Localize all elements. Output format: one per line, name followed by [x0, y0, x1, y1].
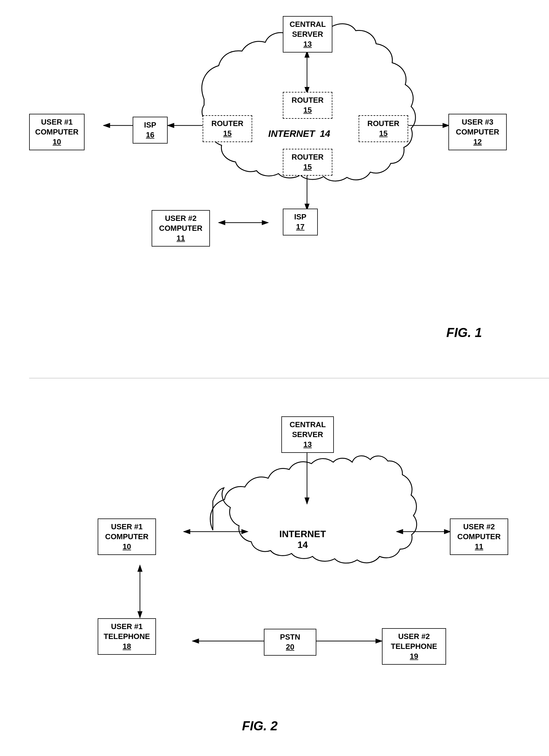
fig2-label: FIG. 2: [242, 719, 277, 733]
fig2-user2-computer: USER #2 COMPUTER 11: [450, 518, 508, 555]
fig2-user1-telephone: USER #1 TELEPHONE 18: [98, 618, 156, 655]
fig2-diagram: CENTRAL SERVER 13 INTERNET 14 USER #1 CO…: [0, 378, 549, 756]
fig1-diagram: CENTRAL SERVER 13 ROUTER 15 INTERNET 14 …: [0, 0, 549, 378]
fig1-router-bottom: ROUTER 15: [283, 149, 332, 176]
fig1-central-server: CENTRAL SERVER 13: [283, 16, 332, 53]
fig1-user3-computer: USER #3 COMPUTER 12: [448, 114, 507, 150]
fig1-isp-bottom: ISP 17: [283, 209, 318, 235]
fig1-router-left: ROUTER 15: [203, 115, 252, 142]
fig2-user2-telephone: USER #2 TELEPHONE 19: [382, 628, 446, 665]
fig1-router-right: ROUTER 15: [358, 115, 408, 142]
fig1-user2-computer: USER #2 COMPUTER 11: [152, 210, 210, 247]
fig1-label: FIG. 1: [446, 325, 482, 340]
fig1-internet-label: INTERNET 14: [268, 128, 330, 139]
fig1-router-top: ROUTER 15: [283, 92, 332, 119]
fig2-central-server: CENTRAL SERVER 13: [281, 416, 334, 453]
fig2-pstn: PSTN 20: [264, 629, 316, 656]
fig2-user1-computer: USER #1 COMPUTER 10: [98, 518, 156, 555]
fig1-user1-computer: USER #1 COMPUTER 10: [29, 114, 85, 150]
fig2-internet-label: INTERNET 14: [279, 529, 326, 550]
fig1-isp-left: ISP 16: [133, 117, 168, 144]
